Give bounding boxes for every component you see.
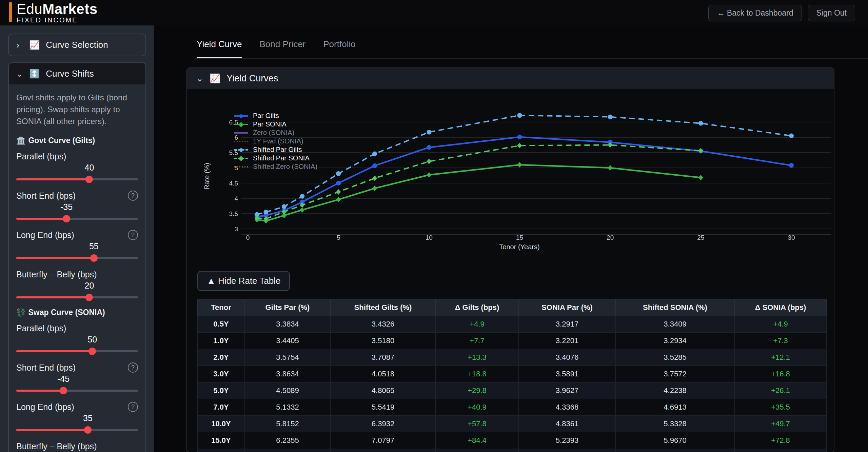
slider-track[interactable]: [16, 387, 138, 394]
svg-text:20: 20: [607, 234, 614, 241]
yield-curves-panel-header[interactable]: ⌄ 📈 Yield Curves: [187, 68, 834, 89]
value-cell: 3.4405: [245, 333, 331, 349]
value-cell: 5.3328: [616, 416, 735, 432]
legend-item-shifted-par-gilts[interactable]: Shifted Par Gilts: [234, 145, 317, 154]
value-cell: 3.2917: [519, 316, 616, 333]
svg-text:0: 0: [246, 234, 250, 241]
value-cell: 3.5285: [616, 349, 735, 366]
curve-selection-header[interactable]: › 📈 Curve Selection: [9, 34, 145, 56]
y-axis-title: Rate (%): [203, 159, 211, 193]
legend-item-par-sonia[interactable]: Par SONIA: [234, 120, 317, 129]
curve-shifts-header[interactable]: ⌄ ↕️ Curve Shifts: [9, 63, 145, 84]
slider-value: 55: [89, 241, 99, 251]
tenor-cell: 3.0Y: [198, 366, 245, 382]
chevron-down-icon: ⌄: [196, 73, 203, 84]
slider-long-end-bps-: Long End (bps)?35: [16, 401, 138, 434]
value-cell: 5.8564: [245, 449, 331, 452]
legend-item-zero-sonia-[interactable]: Zero (SONIA): [234, 129, 317, 137]
value-cell: +4.9: [735, 316, 827, 333]
tab-bond-pricer[interactable]: Bond Pricer: [259, 39, 305, 58]
chart-legend: Par GiltsPar SONIAZero (SONIA)1Y Fwd (SO…: [234, 112, 317, 171]
slider-label: Long End (bps): [16, 230, 74, 240]
value-cell: 3.7572: [616, 366, 735, 382]
value-cell: +49.7: [735, 416, 827, 432]
legend-item-par-gilts[interactable]: Par Gilts: [234, 112, 317, 120]
help-icon[interactable]: ?: [128, 230, 138, 240]
slider-thumb[interactable]: [60, 387, 67, 394]
slider-track[interactable]: [16, 254, 138, 262]
table-row: 7.0Y5.13325.5419+40.94.33684.6913+35.5: [198, 399, 827, 416]
value-cell: 6.3932: [331, 416, 436, 432]
value-cell: +40.9: [436, 399, 519, 416]
up-down-arrows-icon: ↕️: [29, 69, 40, 79]
slider-value: 50: [87, 335, 97, 345]
legend-swatch: [234, 141, 248, 142]
value-cell: 6.2355: [245, 432, 331, 449]
hide-rate-table-button[interactable]: ▲ Hide Rate Table: [197, 271, 290, 291]
slider-thumb[interactable]: [90, 254, 98, 262]
group-icon: 🏛️: [16, 136, 25, 145]
slider-track[interactable]: [16, 215, 138, 222]
value-cell: 3.2934: [616, 333, 735, 349]
table-row: 0.5Y3.38343.4326+4.93.29173.3409+4.9: [198, 316, 827, 333]
rate-table-header-row: TenorGilts Par (%)Shifted Gilts (%)Δ Gil…: [198, 299, 827, 316]
value-cell: 4.6913: [616, 399, 735, 416]
slider-value: -45: [57, 374, 70, 384]
value-cell: 5.0493: [519, 449, 616, 452]
slider-long-end-bps-: Long End (bps)?55: [16, 229, 138, 262]
value-cell: +90.5: [735, 449, 827, 452]
value-cell: 3.7087: [331, 349, 436, 366]
legend-item-shifted-par-sonia[interactable]: Shifted Par SONIA: [234, 154, 317, 162]
tab-bar: Yield CurveBond PricerPortfolio: [197, 39, 356, 58]
value-cell: 5.8152: [245, 416, 331, 432]
panel-title: Yield Curves: [226, 73, 278, 84]
slider-thumb[interactable]: [85, 176, 93, 183]
group-icon: 💱: [16, 308, 25, 317]
tab-portfolio[interactable]: Portfolio: [323, 39, 355, 58]
legend-item-shifted-zero-sonia-[interactable]: Shifted Zero (SONIA): [234, 162, 317, 171]
back-to-dashboard-button[interactable]: ← Back to Dashboard: [708, 5, 802, 21]
slider-track[interactable]: [16, 294, 138, 301]
top-bar: EduMarkets FIXED INCOME ← Back to Dashbo…: [0, 0, 868, 25]
curve-selection-section[interactable]: › 📈 Curve Selection: [8, 34, 146, 56]
help-icon[interactable]: ?: [128, 191, 138, 201]
column-header: Tenor: [198, 299, 245, 316]
slider-parallel-bps-: Parallel (bps)50: [16, 322, 138, 355]
column-header: Δ Gilts (bps): [436, 299, 519, 316]
slider-short-end-bps-: Short End (bps)?-45: [16, 362, 138, 394]
slider-thumb[interactable]: [88, 348, 96, 355]
chevron-down-icon: ⌄: [16, 71, 23, 77]
help-icon[interactable]: ?: [128, 362, 138, 373]
value-cell: 4.3368: [519, 399, 616, 416]
shift-groups: 🏛️Govt Curve (Gilts)Parallel (bps)40Shor…: [16, 136, 138, 452]
slider-track[interactable]: [16, 348, 138, 355]
slider-thumb[interactable]: [63, 215, 70, 222]
sign-out-button[interactable]: Sign Out: [808, 5, 855, 21]
legend-swatch: [234, 115, 248, 117]
legend-swatch: [234, 124, 248, 125]
table-row: 10.0Y5.81526.3932+57.84.83615.3328+49.7: [198, 416, 827, 432]
slider-label: Butterfly – Belly (bps): [16, 441, 97, 451]
chevron-right-icon: ›: [16, 42, 23, 48]
slider-butterfly-belly-bps-: Butterfly – Belly (bps)20: [16, 269, 138, 301]
value-cell: 5.5419: [331, 399, 436, 416]
value-cell: +57.8: [436, 416, 519, 432]
svg-text:10: 10: [426, 234, 433, 241]
value-cell: 5.9670: [616, 432, 735, 449]
table-row: 2.0Y3.57543.7087+13.33.40763.5285+12.1: [198, 349, 827, 366]
tab-yield-curve[interactable]: Yield Curve: [197, 39, 242, 58]
brand-accent-bar: [9, 2, 12, 22]
column-header: Shifted SONIA (%): [616, 299, 735, 316]
table-row: 20.0Y5.85646.8679+101.15.04935.9543+90.5: [198, 449, 827, 452]
help-icon[interactable]: ?: [128, 402, 138, 412]
value-cell: 4.8065: [331, 382, 436, 399]
legend-item-1y-fwd-sonia-[interactable]: 1Y Fwd (SONIA): [234, 137, 317, 145]
slider-track[interactable]: [16, 176, 138, 183]
slider-thumb[interactable]: [84, 426, 92, 434]
slider-thumb[interactable]: [85, 294, 93, 301]
legend-label: Par SONIA: [253, 120, 287, 128]
slider-track[interactable]: [16, 426, 138, 434]
value-cell: 3.5180: [331, 333, 436, 349]
legend-label: Par Gilts: [253, 112, 279, 120]
legend-label: 1Y Fwd (SONIA): [253, 137, 303, 145]
